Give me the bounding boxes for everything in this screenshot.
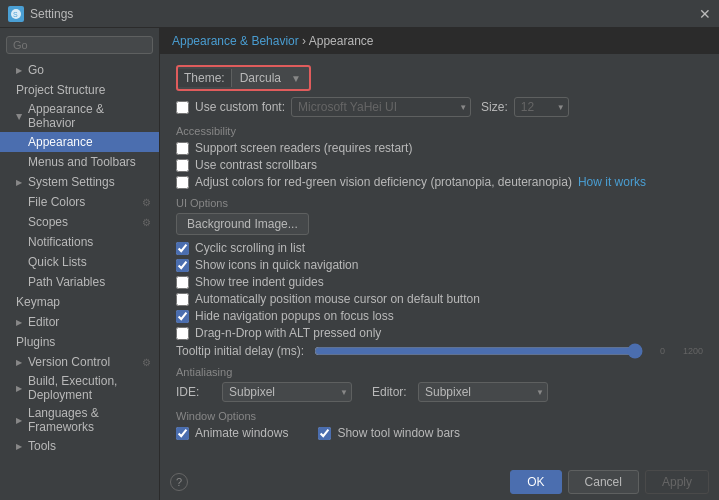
auto-position-checkbox[interactable] [176,293,189,306]
gear-file-colors-icon[interactable]: ⚙ [142,197,151,208]
sidebar-item-quick-lists[interactable]: Quick Lists [0,252,159,272]
accessibility-title: Accessibility [176,125,703,137]
auto-position-row: Automatically position mouse cursor on d… [176,292,703,306]
ok-button[interactable]: OK [510,470,561,494]
show-tool-bars-label: Show tool window bars [337,426,460,440]
sidebar-item-languages-frameworks[interactable]: ▶ Languages & Frameworks [0,404,159,436]
chevron-lang-icon: ▶ [16,416,22,425]
hide-nav-checkbox[interactable] [176,310,189,323]
settings-scrollable: Theme: Darcula ▼ Use custom font: Micros… [160,55,719,463]
drag-n-drop-row: Drag-n-Drop with ALT pressed only [176,326,703,340]
sidebar-item-scopes[interactable]: Scopes ⚙ [0,212,159,232]
custom-font-row: Use custom font: Microsoft YaHei UI Size… [176,97,703,117]
font-select[interactable]: Microsoft YaHei UI [291,97,471,117]
how-it-works-link[interactable]: How it works [578,175,646,189]
gear-scopes-icon[interactable]: ⚙ [142,217,151,228]
sidebar-item-file-colors[interactable]: File Colors ⚙ [0,192,159,212]
ide-aa-label: IDE: [176,385,212,399]
theme-dropdown-arrow-icon[interactable]: ▼ [287,73,305,84]
ide-aa-select[interactable]: Subpixel Greyscale Off [222,382,352,402]
chevron-ab-icon: ▶ [15,113,24,119]
font-select-wrapper: Microsoft YaHei UI [291,97,471,117]
sidebar-item-editor[interactable]: ▶ Editor [0,312,159,332]
breadcrumb: Appearance & Behavior › Appearance [160,28,719,55]
chevron-sys-icon: ▶ [16,178,22,187]
ide-aa-select-wrapper: Subpixel Greyscale Off [222,382,352,402]
custom-font-label: Use custom font: [195,100,285,114]
ui-options-title: UI Options [176,197,703,209]
tooltip-slider-row: Tooltip initial delay (ms): 0 1200 [176,344,703,358]
svg-text:S: S [13,11,18,18]
theme-value: Darcula [236,69,285,87]
icons-quick-nav-row: Show icons in quick navigation [176,258,703,272]
cyclic-scroll-row: Cyclic scrolling in list [176,241,703,255]
sidebar-item-keymap[interactable]: Keymap [0,292,159,312]
tooltip-label: Tooltip initial delay (ms): [176,344,306,358]
antialiasing-row: IDE: Subpixel Greyscale Off Editor: Subp… [176,382,703,402]
scopes-row: Scopes ⚙ [28,215,151,229]
chevron-build-icon: ▶ [16,384,22,393]
sidebar-item-notifications[interactable]: Notifications [0,232,159,252]
animate-windows-row: Animate windows [176,426,288,440]
animate-windows-label: Animate windows [195,426,288,440]
size-label: Size: [481,100,508,114]
drag-n-drop-checkbox[interactable] [176,327,189,340]
show-tool-bars-checkbox[interactable] [318,427,331,440]
gear-vc-icon[interactable]: ⚙ [142,357,151,368]
cyclic-scroll-label: Cyclic scrolling in list [195,241,305,255]
sidebar-item-version-control[interactable]: ▶ Version Control ⚙ [0,352,159,372]
sidebar-item-tools[interactable]: ▶ Tools [0,436,159,456]
background-image-button[interactable]: Background Image... [176,213,309,235]
window-options-row: Animate windows Show tool window bars [176,426,703,443]
contrast-scrollbars-checkbox[interactable] [176,159,189,172]
sidebar-item-appearance-behavior[interactable]: ▶ Appearance & Behavior [0,100,159,132]
title-bar-left: S Settings [8,6,73,22]
theme-row: Theme: Darcula ▼ [176,65,703,91]
drag-n-drop-label: Drag-n-Drop with ALT pressed only [195,326,381,340]
chevron-go-icon: ▶ [16,66,22,75]
antialiasing-title: Antialiasing [176,366,703,378]
apply-button[interactable]: Apply [645,470,709,494]
cyclic-scroll-checkbox[interactable] [176,242,189,255]
tree-guides-checkbox[interactable] [176,276,189,289]
animate-windows-checkbox[interactable] [176,427,189,440]
custom-font-checkbox[interactable] [176,101,189,114]
editor-aa-select-wrapper: Subpixel Greyscale Off [418,382,548,402]
search-input[interactable] [6,36,153,54]
theme-field-wrapper: Theme: Darcula ▼ [176,65,311,91]
adjust-colors-checkbox[interactable] [176,176,189,189]
hide-nav-row: Hide navigation popups on focus loss [176,309,703,323]
tooltip-slider-track[interactable] [314,344,643,358]
app-icon: S [8,6,24,22]
help-button[interactable]: ? [170,473,188,491]
tree-guides-label: Show tree indent guides [195,275,324,289]
screen-readers-checkbox[interactable] [176,142,189,155]
cancel-button[interactable]: Cancel [568,470,639,494]
icons-quick-nav-label: Show icons in quick navigation [195,258,358,272]
sidebar-item-appearance[interactable]: Appearance [0,132,159,152]
icons-quick-nav-checkbox[interactable] [176,259,189,272]
sidebar-item-menus-toolbars[interactable]: Menus and Toolbars [0,152,159,172]
theme-select-inner: Darcula ▼ [232,67,309,89]
sidebar-item-project-structure[interactable]: Project Structure [0,80,159,100]
sidebar-item-plugins[interactable]: Plugins [0,332,159,352]
editor-aa-select[interactable]: Subpixel Greyscale Off [418,382,548,402]
contrast-scrollbars-label: Use contrast scrollbars [195,158,317,172]
bottom-bar: ? OK Cancel Apply [160,463,719,500]
close-button[interactable]: ✕ [699,6,711,22]
tree-guides-row: Show tree indent guides [176,275,703,289]
sidebar-item-path-variables[interactable]: Path Variables [0,272,159,292]
tooltip-slider[interactable] [314,343,643,359]
sidebar-item-go[interactable]: ▶ Go [0,60,159,80]
chevron-vc-icon: ▶ [16,358,22,367]
breadcrumb-sep: › [302,34,306,48]
title-bar: S Settings ✕ [0,0,719,28]
breadcrumb-parent[interactable]: Appearance & Behavior [172,34,299,48]
sidebar-item-build-execution[interactable]: ▶ Build, Execution, Deployment [0,372,159,404]
window-title: Settings [30,7,73,21]
body-area: ▶ Go Project Structure ▶ Appearance & Be… [0,28,719,500]
chevron-tools-icon: ▶ [16,442,22,451]
sidebar-item-system-settings[interactable]: ▶ System Settings [0,172,159,192]
size-select[interactable]: 12 [514,97,569,117]
breadcrumb-current: Appearance [309,34,374,48]
